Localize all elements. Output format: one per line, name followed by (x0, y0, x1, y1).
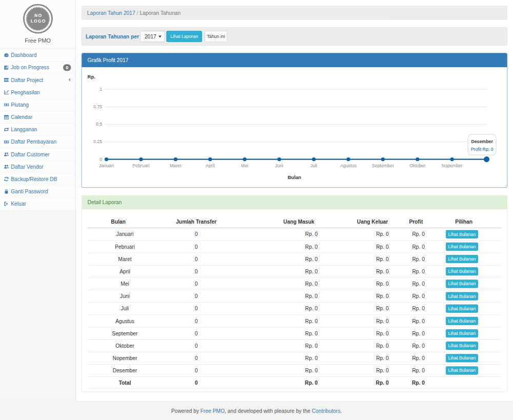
svg-text:0.75: 0.75 (93, 104, 102, 109)
svg-text:Pebruari: Pebruari (132, 163, 149, 168)
svg-text:0.5: 0.5 (96, 122, 102, 127)
svg-text:Agustus: Agustus (340, 163, 357, 168)
svg-text:Nopember: Nopember (442, 163, 463, 168)
svg-text:0.25: 0.25 (93, 139, 102, 144)
svg-text:September: September (372, 163, 394, 168)
svg-text:April: April (206, 163, 215, 168)
svg-text:1: 1 (100, 87, 102, 92)
svg-text:Profit Rp: 0: Profit Rp: 0 (471, 147, 494, 152)
svg-text:Juli: Juli (310, 163, 317, 168)
svg-text:LOGO: LOGO (30, 18, 46, 24)
svg-text:Oktober: Oktober (409, 163, 425, 168)
svg-text:Juni: Juni (275, 163, 283, 168)
svg-text:Januari: Januari (99, 163, 114, 168)
svg-text:NO: NO (34, 13, 42, 18)
svg-text:Desember: Desember (471, 139, 493, 144)
svg-text:Maret: Maret (170, 163, 182, 168)
svg-text:0: 0 (100, 157, 102, 162)
svg-text:Rp.: Rp. (88, 74, 95, 79)
svg-text:Bulan: Bulan (288, 174, 302, 180)
svg-text:Mei: Mei (241, 163, 248, 168)
